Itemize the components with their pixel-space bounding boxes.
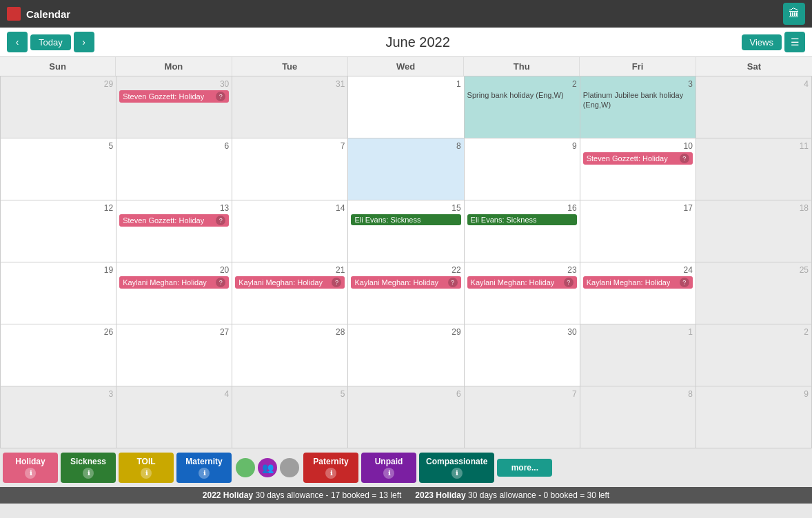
legend-maternity-label: Maternity: [185, 457, 222, 466]
legend-sickness-info[interactable]: ℹ: [83, 468, 94, 479]
calendar-cell[interactable]: 17: [580, 200, 696, 262]
calendar-cell[interactable]: 29: [1, 76, 116, 138]
day-number: 8: [351, 141, 460, 151]
legend-maternity[interactable]: Maternity ℹ: [176, 453, 232, 483]
legend-sickness[interactable]: Sickness ℹ: [61, 453, 116, 483]
calendar-cell[interactable]: 10Steven Gozzett: Holiday?: [580, 138, 696, 200]
calendar-event[interactable]: Eli Evans: Sickness: [467, 214, 577, 225]
calendar-event[interactable]: Eli Evans: Sickness: [351, 214, 460, 225]
calendar-cell[interactable]: 30: [465, 324, 580, 386]
calendar-cell[interactable]: 18: [696, 200, 812, 262]
calendar-cell[interactable]: 7: [232, 138, 348, 200]
calendar-cell[interactable]: 2: [696, 324, 812, 386]
legend-unpaid[interactable]: Unpaid ℹ: [361, 453, 416, 483]
calendar-cell[interactable]: 23Kaylani Meghan: Holiday?: [465, 262, 580, 324]
legend-paternity-info[interactable]: ℹ: [325, 468, 336, 479]
day-number: 11: [699, 141, 809, 151]
legend-unpaid-info[interactable]: ℹ: [383, 468, 394, 479]
calendar-cell[interactable]: 8: [580, 386, 696, 448]
calendar-cell[interactable]: 15Eli Evans: Sickness: [348, 200, 464, 262]
calendar-cell[interactable]: 4: [696, 76, 812, 138]
bank-holiday-label: Platinum Jubilee bank holiday (Eng,W): [583, 90, 693, 110]
day-number: 2: [467, 79, 577, 89]
calendar-cell[interactable]: 3Platinum Jubilee bank holiday (Eng,W): [580, 76, 696, 138]
calendar-cell[interactable]: 7: [465, 386, 580, 448]
legend-maternity-info[interactable]: ℹ: [199, 468, 210, 479]
calendar-cell[interactable]: 20Kaylani Meghan: Holiday?: [116, 262, 232, 324]
legend-compassionate[interactable]: Compassionate ℹ: [419, 453, 494, 483]
calendar-cell[interactable]: 27: [116, 324, 232, 386]
calendar-cell[interactable]: 12: [1, 200, 116, 262]
calendar-cell[interactable]: 8: [348, 138, 464, 200]
calendar-cell[interactable]: 26: [1, 324, 116, 386]
calendar-event[interactable]: Kaylani Meghan: Holiday?: [583, 276, 693, 289]
calendar-cell[interactable]: 3: [1, 386, 116, 448]
menu-button[interactable]: ☰: [784, 32, 805, 52]
event-info-icon[interactable]: ?: [564, 278, 574, 287]
legend-holiday-info[interactable]: ℹ: [25, 468, 36, 479]
calendar-cell[interactable]: 14: [232, 200, 348, 262]
bank-holiday-label: Spring bank holiday (Eng,W): [467, 90, 577, 100]
calendar-cell[interactable]: 6: [348, 386, 464, 448]
calendar-cell[interactable]: 22Kaylani Meghan: Holiday?: [348, 262, 464, 324]
next-month-button[interactable]: ›: [74, 32, 94, 52]
day-number: 6: [119, 141, 229, 151]
day-number: 17: [583, 203, 693, 213]
event-info-icon[interactable]: ?: [216, 216, 225, 225]
calendar-event[interactable]: Steven Gozzett: Holiday?: [119, 90, 229, 103]
calendar-event[interactable]: Kaylani Meghan: Holiday?: [119, 276, 229, 289]
day-number: 26: [3, 327, 113, 337]
event-info-icon[interactable]: ?: [680, 278, 689, 287]
event-info-icon[interactable]: ?: [448, 278, 458, 287]
calendar-cell[interactable]: 4: [116, 386, 232, 448]
calendar-cell[interactable]: 11: [696, 138, 812, 200]
legend-toil-info[interactable]: ℹ: [141, 468, 152, 479]
views-button[interactable]: Views: [742, 34, 782, 50]
status-right-title: 2023 Holiday: [415, 490, 465, 500]
legend-paternity[interactable]: Paternity ℹ: [303, 453, 358, 483]
status-left-detail: 30 days allowance - 17 booked = 13 left: [256, 490, 402, 500]
calendar-event[interactable]: Kaylani Meghan: Holiday?: [235, 276, 345, 289]
day-number: 14: [235, 203, 345, 213]
event-info-icon[interactable]: ?: [216, 278, 225, 287]
prev-month-button[interactable]: ‹: [7, 32, 28, 52]
legend-compassionate-info[interactable]: ℹ: [451, 468, 463, 479]
legend-compassionate-label: Compassionate: [426, 457, 487, 466]
calendar-cell[interactable]: 30Steven Gozzett: Holiday?: [116, 76, 232, 138]
legend-more[interactable]: more...: [497, 459, 552, 477]
calendar-event[interactable]: Kaylani Meghan: Holiday?: [351, 276, 460, 289]
calendar-cell[interactable]: 16Eli Evans: Sickness: [465, 200, 580, 262]
status-left-title: 2022 Holiday: [203, 490, 253, 500]
calendar-cell[interactable]: 1: [348, 76, 464, 138]
calendar-cell[interactable]: 2Spring bank holiday (Eng,W): [465, 76, 580, 138]
calendar-cell[interactable]: 29: [348, 324, 464, 386]
calendar-cell[interactable]: 5: [232, 386, 348, 448]
today-button[interactable]: Today: [30, 34, 71, 50]
event-info-icon[interactable]: ?: [332, 278, 341, 287]
calendar-cell[interactable]: 1: [580, 324, 696, 386]
header-right: 🏛: [783, 3, 805, 25]
header-icon-button[interactable]: 🏛: [783, 3, 805, 25]
event-info-icon[interactable]: ?: [680, 154, 689, 163]
calendar-cell[interactable]: 21Kaylani Meghan: Holiday?: [232, 262, 348, 324]
day-number: 1: [351, 79, 460, 89]
calendar-cell[interactable]: 31: [232, 76, 348, 138]
calendar-cell[interactable]: 9: [696, 386, 812, 448]
calendar-cell[interactable]: 25: [696, 262, 812, 324]
calendar-event[interactable]: Steven Gozzett: Holiday?: [119, 214, 229, 227]
calendar-cell[interactable]: 13Steven Gozzett: Holiday?: [116, 200, 232, 262]
day-number: 29: [351, 327, 460, 337]
calendar-event[interactable]: Kaylani Meghan: Holiday?: [467, 276, 577, 289]
calendar-cell[interactable]: 6: [116, 138, 232, 200]
day-header-mon: Mon: [116, 57, 232, 76]
legend-toil[interactable]: TOIL ℹ: [119, 453, 174, 483]
legend-holiday[interactable]: Holiday ℹ: [3, 453, 58, 483]
calendar-cell[interactable]: 28: [232, 324, 348, 386]
calendar-cell[interactable]: 24Kaylani Meghan: Holiday?: [580, 262, 696, 324]
calendar-cell[interactable]: 19: [1, 262, 116, 324]
day-number: 24: [583, 265, 693, 275]
calendar-event[interactable]: Steven Gozzett: Holiday?: [583, 152, 693, 165]
event-info-icon[interactable]: ?: [216, 92, 225, 101]
calendar-cell[interactable]: 5: [1, 138, 116, 200]
calendar-cell[interactable]: 9: [465, 138, 580, 200]
